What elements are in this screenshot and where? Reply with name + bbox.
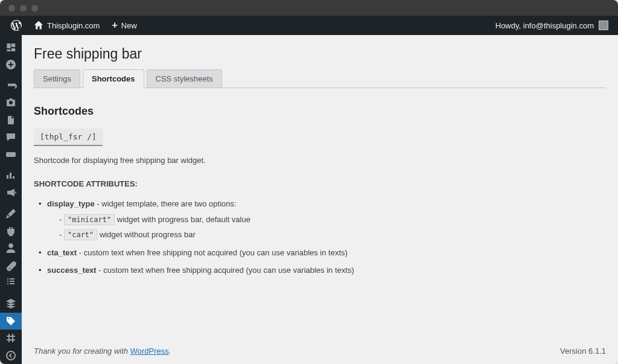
wordpress-icon bbox=[11, 20, 22, 31]
megaphone-icon bbox=[5, 187, 17, 199]
tag-icon bbox=[5, 315, 17, 327]
attr-option-code: "minicart" bbox=[64, 214, 115, 225]
menu-item-generic-1[interactable] bbox=[0, 295, 22, 312]
pages-icon bbox=[5, 114, 17, 126]
svg-rect-0 bbox=[6, 152, 16, 157]
menu-media[interactable] bbox=[0, 94, 22, 111]
attr-option-text: widget without progress bar bbox=[97, 230, 196, 239]
plugin-icon bbox=[5, 225, 17, 237]
attributes-heading: SHORTCODE ATTRIBUTES: bbox=[34, 179, 606, 188]
menu-woocommerce[interactable] bbox=[0, 145, 22, 162]
attr-desc: - custom text when free shipping acquire… bbox=[97, 266, 354, 275]
admin-bar: Thisplugin.com + New Howdy, info@thisplu… bbox=[0, 16, 618, 35]
attr-name: success_text bbox=[47, 266, 97, 275]
media-icon bbox=[5, 97, 17, 109]
attr-name: display_type bbox=[47, 199, 95, 208]
window-dot[interactable] bbox=[20, 5, 27, 11]
wp-version: Version 6.1.1 bbox=[560, 346, 606, 356]
attr-cta-text: cta_text - custom text when free shippin… bbox=[39, 247, 606, 259]
attr-option-code: "cart" bbox=[64, 229, 97, 240]
shortcode-description: Shortcode for displaying free shipping b… bbox=[34, 156, 606, 165]
brush-icon bbox=[5, 208, 17, 220]
tab-css-stylesheets[interactable]: CSS stylesheets bbox=[147, 69, 222, 88]
update-icon bbox=[5, 59, 17, 71]
menu-dashboard[interactable] bbox=[0, 39, 22, 56]
menu-analytics[interactable] bbox=[0, 167, 22, 184]
tab-shortcodes[interactable]: Shortcodes bbox=[83, 69, 144, 88]
home-icon bbox=[34, 21, 43, 30]
avatar[interactable] bbox=[599, 21, 608, 30]
tab-settings[interactable]: Settings bbox=[34, 69, 80, 88]
attr-option-text: widget with progress bar, default value bbox=[115, 215, 250, 224]
window-titlebar bbox=[0, 0, 618, 16]
menu-users[interactable] bbox=[0, 240, 22, 257]
settings-icon bbox=[5, 276, 17, 289]
menu-pages[interactable] bbox=[0, 112, 22, 129]
window-dot[interactable] bbox=[8, 5, 15, 11]
comments-icon bbox=[5, 131, 17, 143]
hash-icon bbox=[5, 332, 17, 344]
menu-appearance[interactable] bbox=[0, 205, 22, 222]
wrench-icon bbox=[5, 260, 17, 272]
wordpress-link[interactable]: WordPress bbox=[130, 346, 169, 356]
menu-comments[interactable] bbox=[0, 129, 22, 145]
woo-icon bbox=[5, 148, 17, 161]
menu-posts[interactable] bbox=[0, 77, 22, 94]
menu-settings[interactable] bbox=[0, 274, 22, 291]
new-content-menu[interactable]: + New bbox=[106, 16, 142, 35]
page-title: Free shipping bar bbox=[34, 35, 606, 69]
menu-free-shipping-bar[interactable] bbox=[0, 313, 22, 330]
tabs-nav: Settings Shortcodes CSS stylesheets bbox=[34, 69, 606, 88]
pin-icon bbox=[5, 80, 17, 92]
layers-icon bbox=[5, 298, 17, 310]
shortcode-code: [thpl_fsr /] bbox=[34, 129, 103, 146]
plus-icon: + bbox=[112, 20, 117, 31]
wp-logo-menu[interactable] bbox=[5, 16, 28, 35]
user-icon bbox=[5, 242, 17, 254]
attributes-list: display_type - widget template, there ar… bbox=[34, 198, 606, 276]
attr-desc: - widget template, there are two options… bbox=[95, 199, 237, 208]
section-title: Shortcodes bbox=[34, 105, 606, 118]
window-dot[interactable] bbox=[31, 5, 38, 11]
attr-option: "minicart" widget with progress bar, def… bbox=[59, 214, 606, 226]
new-label: New bbox=[121, 21, 137, 30]
menu-item-generic-2[interactable] bbox=[0, 330, 22, 346]
menu-updates[interactable] bbox=[0, 56, 22, 72]
footer: Thank you for creating with WordPress. V… bbox=[34, 336, 606, 364]
footer-thanks: Thank you for creating with bbox=[34, 346, 130, 356]
admin-menu bbox=[0, 35, 22, 364]
menu-collapse[interactable] bbox=[0, 347, 22, 364]
analytics-icon bbox=[5, 170, 17, 182]
attr-desc: - custom text when free shipping not acq… bbox=[77, 248, 348, 257]
menu-marketing[interactable] bbox=[0, 184, 22, 201]
dashboard-icon bbox=[5, 41, 17, 53]
site-home-link[interactable]: Thisplugin.com bbox=[28, 16, 106, 35]
howdy-text[interactable]: Howdy, info@thisplugin.com bbox=[495, 21, 594, 30]
site-name: Thisplugin.com bbox=[47, 21, 100, 30]
attr-name: cta_text bbox=[47, 248, 77, 257]
attr-option: "cart" widget without progress bar bbox=[59, 229, 606, 241]
collapse-icon bbox=[5, 350, 17, 362]
attr-success-text: success_text - custom text when free shi… bbox=[39, 264, 606, 276]
attr-display-type: display_type - widget template, there ar… bbox=[39, 198, 606, 241]
svg-point-1 bbox=[7, 351, 15, 360]
menu-plugins[interactable] bbox=[0, 223, 22, 240]
menu-tools[interactable] bbox=[0, 257, 22, 274]
